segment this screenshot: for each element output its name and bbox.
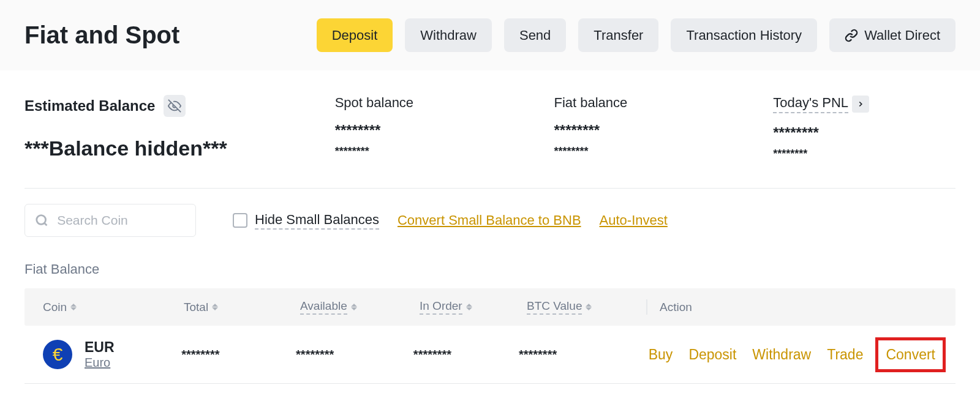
link-icon	[845, 29, 858, 42]
search-box[interactable]	[24, 204, 196, 237]
cell-in-order: ********	[413, 348, 519, 362]
withdraw-button[interactable]: Withdraw	[405, 18, 492, 52]
coin-name[interactable]: Euro	[85, 356, 115, 370]
transaction-history-button[interactable]: Transaction History	[671, 18, 817, 52]
col-header-available[interactable]: Available	[300, 299, 420, 315]
action-withdraw[interactable]: Withdraw	[752, 347, 811, 363]
auto-invest-link[interactable]: Auto-Invest	[600, 212, 668, 228]
wallet-direct-button[interactable]: Wallet Direct	[829, 18, 956, 52]
convert-highlight: Convert	[875, 337, 946, 372]
deposit-button[interactable]: Deposit	[317, 18, 393, 52]
sort-icon	[351, 304, 357, 310]
euro-icon: €	[43, 340, 72, 369]
hide-small-balances-checkbox[interactable]	[233, 213, 247, 228]
spot-balance-label: Spot balance	[335, 95, 518, 111]
table-row: € EUR Euro ******** ******** ******** **…	[24, 326, 956, 384]
header-actions: Deposit Withdraw Send Transfer Transacti…	[317, 18, 956, 52]
sort-icon	[212, 304, 218, 310]
col-header-in-order[interactable]: In Order	[420, 299, 527, 315]
search-input[interactable]	[57, 213, 186, 228]
coin-symbol: EUR	[85, 339, 115, 356]
eye-off-icon	[168, 99, 181, 113]
hide-small-balances-label: Hide Small Balances	[255, 212, 379, 230]
table-header: Coin Total Available In Order BTC Value …	[24, 288, 956, 326]
col-header-coin[interactable]: Coin	[43, 301, 184, 314]
cell-available: ********	[296, 348, 413, 362]
fiat-balance-label: Fiat balance	[554, 95, 736, 111]
estimated-balance-value: ***Balance hidden***	[24, 137, 298, 160]
send-button[interactable]: Send	[504, 18, 566, 52]
action-trade[interactable]: Trade	[827, 347, 863, 363]
estimated-balance-label: Estimated Balance	[24, 97, 155, 114]
fiat-balance-primary: ********	[554, 122, 736, 139]
fiat-balance-section-label: Fiat Balance	[24, 261, 956, 277]
controls-row: Hide Small Balances Convert Small Balanc…	[24, 204, 956, 237]
fiat-balance-secondary: ********	[554, 145, 736, 158]
sort-icon	[70, 304, 77, 310]
cell-btc-value: ********	[519, 348, 636, 362]
pnl-expand-button[interactable]	[852, 96, 869, 113]
toggle-balance-visibility-button[interactable]	[164, 95, 186, 117]
col-header-action: Action	[646, 299, 937, 315]
chevron-right-icon	[856, 100, 865, 108]
header-bar: Fiat and Spot Deposit Withdraw Send Tran…	[0, 0, 980, 70]
transfer-button[interactable]: Transfer	[578, 18, 658, 52]
action-deposit[interactable]: Deposit	[688, 347, 736, 363]
balance-summary: Estimated Balance ***Balance hidden*** S…	[24, 95, 956, 160]
balances-table: Coin Total Available In Order BTC Value …	[24, 288, 956, 384]
sort-icon	[466, 304, 472, 310]
divider	[24, 188, 956, 189]
col-header-total[interactable]: Total	[184, 301, 300, 314]
svg-point-1	[37, 215, 46, 225]
spot-balance-secondary: ********	[335, 145, 518, 158]
search-icon	[35, 212, 48, 228]
sort-icon	[586, 304, 592, 310]
spot-balance-primary: ********	[335, 122, 518, 139]
pnl-primary: ********	[773, 124, 956, 141]
action-buy[interactable]: Buy	[649, 347, 673, 363]
convert-small-balance-link[interactable]: Convert Small Balance to BNB	[398, 212, 581, 228]
svg-line-2	[44, 223, 47, 225]
page-title: Fiat and Spot	[24, 21, 179, 49]
pnl-secondary: ********	[773, 148, 956, 160]
action-convert[interactable]: Convert	[886, 347, 935, 362]
todays-pnl-label[interactable]: Today's PNL	[773, 95, 848, 113]
col-header-btc-value[interactable]: BTC Value	[527, 299, 646, 315]
cell-total: ********	[181, 348, 296, 362]
